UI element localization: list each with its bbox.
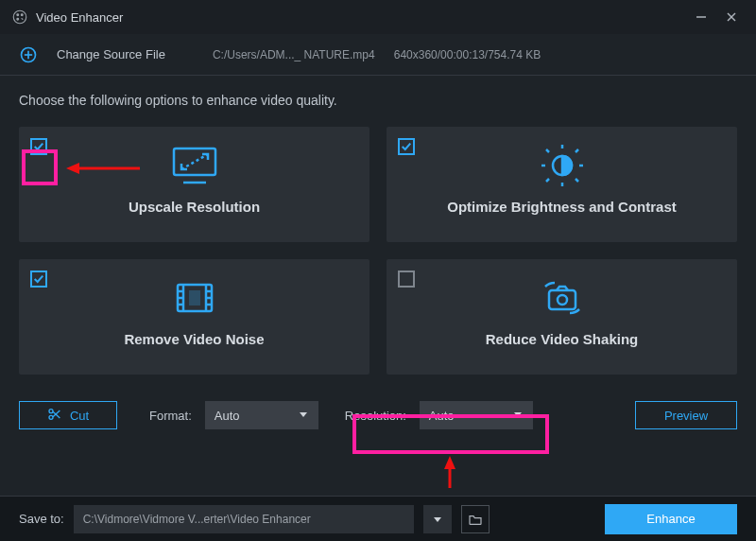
svg-marker-44 [444,456,455,469]
checkbox-shaking[interactable] [398,270,415,288]
source-file-meta: 640x360/00:00:13/754.74 KB [394,48,541,61]
preview-label: Preview [664,409,708,423]
svg-point-34 [49,409,53,412]
resolution-label: Resolution: [345,409,406,423]
add-source-icon[interactable] [19,45,38,64]
camera-shake-icon [536,274,589,322]
svg-line-37 [53,410,60,417]
filmstrip-icon [168,274,221,322]
app-title: Video Enhancer [36,10,123,25]
palette-icon [11,9,28,26]
save-to-label: Save to: [19,512,64,526]
footer-bar: Save to: C:\Vidmore\Vidmore V...erter\Vi… [0,496,756,541]
card-brightness-contrast[interactable]: Optimize Brightness and Contrast [387,127,737,242]
svg-marker-40 [434,517,441,522]
card-label: Reduce Video Shaking [486,331,638,347]
svg-line-12 [181,154,208,169]
svg-point-33 [558,295,567,305]
change-source-link[interactable]: Change Source File [57,47,165,61]
svg-line-18 [546,149,549,152]
svg-rect-31 [189,290,200,305]
enhance-label: Enhance [646,512,695,526]
format-select[interactable]: Auto [205,401,318,429]
format-label: Format: [149,409,192,423]
titlebar: Video Enhancer [0,0,756,34]
checkbox-upscale[interactable] [30,138,47,155]
card-label: Upscale Resolution [129,199,260,215]
preview-button[interactable]: Preview [635,401,737,429]
svg-line-19 [576,179,578,182]
checkbox-brightness[interactable] [398,138,415,155]
svg-point-35 [49,415,53,419]
svg-marker-38 [300,412,307,417]
svg-line-36 [53,411,60,418]
instruction-text: Choose the following options to enhance … [19,93,737,108]
format-value: Auto [215,409,240,423]
card-label: Optimize Brightness and Contrast [447,199,677,215]
folder-icon [468,512,483,527]
monitor-icon [168,142,221,189]
chevron-down-icon [298,409,309,423]
chevron-down-icon [432,514,443,525]
cut-label: Cut [70,409,89,423]
close-button[interactable] [718,4,745,30]
minimize-button[interactable] [688,4,714,30]
svg-marker-39 [514,412,522,417]
save-path-field[interactable]: C:\Vidmore\Vidmore V...erter\Video Enhan… [74,505,414,533]
save-path-dropdown[interactable] [423,505,452,533]
svg-line-20 [576,149,578,152]
svg-point-2 [21,14,23,16]
card-upscale-resolution[interactable]: Upscale Resolution [19,127,369,242]
card-reduce-shaking[interactable]: Reduce Video Shaking [387,259,737,375]
save-path-value: C:\Vidmore\Vidmore V...erter\Video Enhan… [83,513,311,526]
card-remove-noise[interactable]: Remove Video Noise [19,259,369,375]
annotation-arrow-resolution [440,456,459,490]
open-folder-button[interactable] [461,505,490,533]
resolution-value: Auto [429,409,455,423]
checkbox-noise[interactable] [30,270,47,288]
svg-point-3 [17,18,19,20]
scissors-icon [47,407,62,425]
card-label: Remove Video Noise [124,331,264,347]
brightness-icon [536,142,589,189]
svg-rect-32 [549,290,576,309]
enhance-button[interactable]: Enhance [605,504,737,534]
chevron-down-icon [512,409,524,423]
source-toolbar: Change Source File C:/Users/ADM..._ NATU… [0,34,756,76]
source-file-path: C:/Users/ADM..._ NATURE.mp4 [213,48,375,61]
cut-button[interactable]: Cut [19,401,117,429]
svg-point-0 [13,10,26,24]
svg-point-1 [17,14,19,16]
resolution-select[interactable]: Auto [420,401,533,429]
svg-line-21 [546,179,549,182]
svg-rect-10 [174,148,215,175]
